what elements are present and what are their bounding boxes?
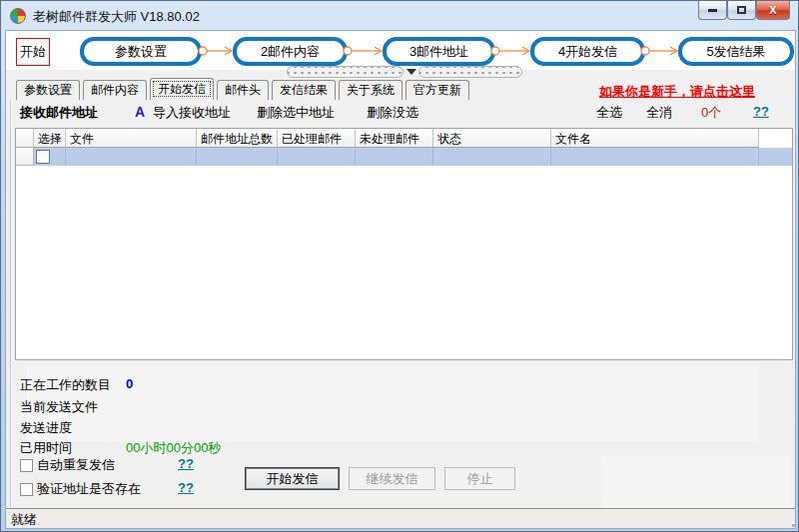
auto-repeat-label: 自动重复发信 bbox=[37, 456, 115, 474]
workflow-step-3[interactable]: 3邮件地址 bbox=[383, 37, 495, 66]
row-cell-processed bbox=[278, 148, 356, 166]
close-icon: X bbox=[769, 4, 776, 16]
tab-about[interactable]: 关于系统 bbox=[339, 80, 402, 100]
elapsed-time-value: 00小时00分00秒 bbox=[126, 439, 221, 457]
resize-grip[interactable] bbox=[792, 524, 795, 527]
newbie-help-link[interactable]: 如果你是新手，请点击这里 bbox=[599, 83, 755, 101]
row-cell-filename bbox=[551, 148, 759, 166]
workflow-arrow-icon bbox=[640, 44, 679, 58]
table-corner-cell bbox=[16, 129, 34, 148]
maximize-icon bbox=[737, 6, 746, 14]
workflow-step-1[interactable]: 参数设置 bbox=[80, 37, 202, 66]
tab-mail-header[interactable]: 邮件头 bbox=[217, 80, 269, 100]
workflow-bar: 开始 参数设置 2邮件内容 3邮件地址 4开始发信 5发信结果 bbox=[6, 31, 796, 70]
stop-button[interactable]: 停止 bbox=[444, 467, 515, 490]
auto-repeat-row: 自动重复发信 bbox=[20, 456, 115, 474]
workflow-step-2[interactable]: 2邮件内容 bbox=[233, 37, 348, 66]
column-header-unprocessed[interactable]: 未处理邮件 bbox=[356, 129, 433, 148]
panel-edge bbox=[10, 100, 12, 507]
continue-sending-button[interactable]: 继续发信 bbox=[349, 467, 435, 490]
column-header-file[interactable]: 文件 bbox=[66, 129, 197, 148]
app-window: 老树邮件群发大师 V18.80.02 X 开始 参数设置 2邮件内容 3邮件地址… bbox=[0, 0, 799, 532]
verify-address-help-link[interactable]: ?? bbox=[178, 480, 194, 495]
elapsed-time-label: 已用时间 bbox=[20, 439, 72, 457]
verify-address-label: 验证地址是否存在 bbox=[37, 480, 141, 498]
auto-repeat-help-link[interactable]: ?? bbox=[178, 456, 194, 471]
column-header-total[interactable]: 邮件地址总数 bbox=[197, 129, 278, 148]
recipients-table: 选择 文件 邮件地址总数 已处理邮件 未处理邮件 状态 文件名 bbox=[15, 128, 793, 360]
status-bar-text: 就绪 bbox=[11, 512, 37, 527]
maximize-button[interactable] bbox=[727, 1, 756, 20]
column-header-status[interactable]: 状态 bbox=[433, 129, 551, 148]
column-header-processed[interactable]: 已处理邮件 bbox=[278, 129, 356, 148]
row-cell-file bbox=[66, 148, 197, 166]
workflow-arrow-icon bbox=[198, 44, 234, 58]
verify-address-row: 验证地址是否存在 bbox=[20, 480, 141, 498]
row-cell-status bbox=[433, 148, 551, 166]
current-file-label: 当前发送文件 bbox=[20, 398, 98, 416]
delete-selected-link[interactable]: 删除选中地址 bbox=[257, 104, 335, 122]
start-sending-button[interactable]: 开始发信 bbox=[245, 467, 340, 490]
import-addresses-link[interactable]: 导入接收地址 bbox=[153, 104, 231, 122]
import-addresses-icon[interactable]: A bbox=[135, 104, 145, 120]
address-count: 0个 bbox=[701, 104, 721, 122]
row-header-cell bbox=[16, 148, 34, 166]
workflow-arrow-icon bbox=[343, 44, 384, 58]
tab-official-update[interactable]: 官方更新 bbox=[405, 80, 469, 100]
minimize-icon bbox=[708, 9, 717, 12]
close-button[interactable]: X bbox=[756, 1, 790, 20]
workflow-step-5[interactable]: 5发信结果 bbox=[678, 37, 794, 66]
column-header-filename[interactable]: 文件名 bbox=[551, 129, 759, 148]
progress-label: 发送进度 bbox=[20, 419, 72, 437]
tab-start-sending[interactable]: 开始发信 bbox=[150, 78, 214, 100]
collapse-strip[interactable] bbox=[418, 66, 522, 78]
auto-repeat-checkbox[interactable] bbox=[20, 459, 33, 472]
start-button[interactable]: 开始 bbox=[16, 38, 50, 66]
row-cell-total bbox=[197, 148, 278, 166]
deselect-all-link[interactable]: 全消 bbox=[646, 104, 672, 122]
status-subpanel bbox=[27, 367, 759, 441]
working-count-value: 0 bbox=[126, 376, 133, 391]
tab-send-results[interactable]: 发信结果 bbox=[272, 80, 336, 100]
toolbar-help-link[interactable]: ?? bbox=[753, 104, 769, 119]
minimize-button[interactable] bbox=[698, 1, 727, 20]
tab-bar: 参数设置 邮件内容 开始发信 邮件头 发信结果 关于系统 官方更新 bbox=[16, 78, 469, 100]
collapse-strip[interactable] bbox=[287, 66, 403, 78]
workflow-arrow-icon bbox=[490, 44, 531, 58]
tab-mail-content[interactable]: 邮件内容 bbox=[83, 80, 147, 100]
select-all-link[interactable]: 全选 bbox=[596, 104, 622, 122]
column-header-select[interactable]: 选择 bbox=[34, 129, 66, 148]
client-area: 开始 参数设置 2邮件内容 3邮件地址 4开始发信 5发信结果 参数设置 邮件内… bbox=[5, 30, 796, 529]
tab-params[interactable]: 参数设置 bbox=[16, 80, 80, 100]
row-cell-select bbox=[34, 148, 66, 166]
row-cell-unprocessed bbox=[356, 148, 433, 166]
titlebar: 老树邮件群发大师 V18.80.02 X bbox=[1, 1, 798, 30]
verify-address-checkbox[interactable] bbox=[20, 483, 33, 496]
table-row[interactable] bbox=[16, 148, 792, 166]
table-header-row: 选择 文件 邮件地址总数 已处理邮件 未处理邮件 状态 文件名 bbox=[16, 129, 792, 148]
app-icon bbox=[10, 8, 26, 24]
window-title: 老树邮件群发大师 V18.80.02 bbox=[33, 8, 200, 26]
working-count-label: 正在工作的数目 bbox=[20, 376, 111, 394]
status-bar: 就绪 bbox=[6, 508, 796, 529]
recipients-section-title: 接收邮件地址 bbox=[20, 104, 98, 122]
collapse-chevron-icon[interactable] bbox=[406, 69, 416, 75]
delete-unselected-link[interactable]: 删除没选 bbox=[367, 104, 418, 122]
row-checkbox[interactable] bbox=[36, 150, 50, 164]
workflow-step-4[interactable]: 4开始发信 bbox=[530, 37, 645, 66]
